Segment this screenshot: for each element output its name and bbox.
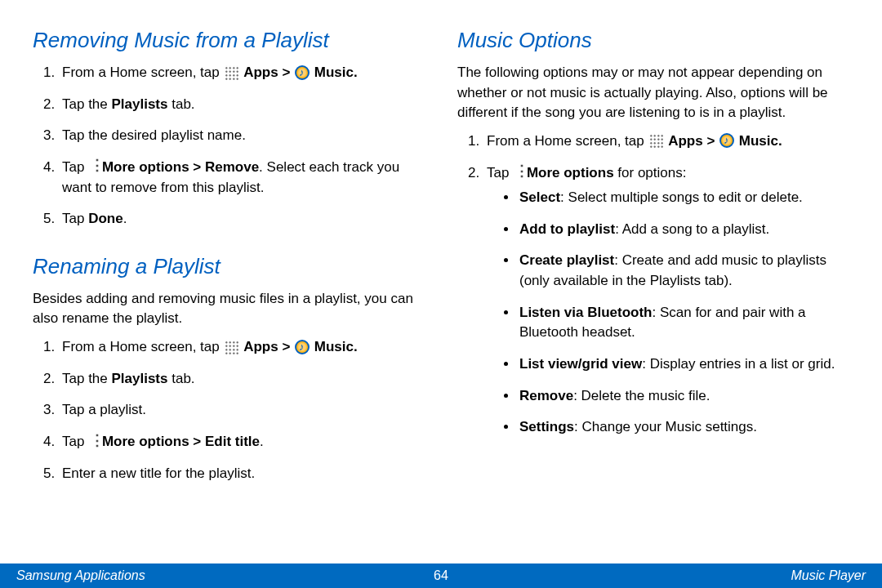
apps-icon (224, 340, 238, 354)
text: tab. (168, 371, 195, 386)
text: . (123, 211, 127, 226)
list-item: Tap the desired playlist name. (59, 126, 425, 146)
text-bold: Playlists (112, 96, 168, 112)
text: Tap (62, 434, 88, 449)
more-options-icon (90, 159, 96, 174)
text-bold: Playlists (112, 371, 168, 386)
text: . (260, 434, 264, 449)
heading-music-options: Music Options (457, 28, 849, 53)
text-bold: Select (519, 189, 560, 205)
text-bold: Listen via Bluetooth (519, 305, 652, 320)
text-bold: Apps > (243, 339, 294, 354)
text-bold: Music. (314, 65, 358, 80)
text: Tap (62, 159, 88, 175)
list-item: Create playlist: Create and add music to… (518, 251, 849, 291)
paragraph: Besides adding and removing music files … (33, 289, 425, 329)
paragraph: The following options may or may not app… (457, 63, 849, 123)
more-options-icon (90, 434, 96, 449)
music-icon (295, 65, 310, 80)
text: From a Home screen, tap (62, 339, 223, 354)
text-bold: More options > Edit title (102, 434, 260, 449)
heading-renaming: Renaming a Playlist (33, 254, 425, 279)
steps-options: From a Home screen, tap Apps > Music. Ta… (457, 131, 849, 438)
text-bold: Apps > (668, 133, 719, 149)
text-bold: Apps > (243, 65, 294, 80)
text: : Display entries in a list or grid. (642, 356, 835, 372)
text-bold: Music. (314, 339, 358, 354)
text-bold: Done (88, 211, 123, 226)
text: Tap the (62, 371, 112, 386)
steps-renaming: From a Home screen, tap Apps > Music. Ta… (33, 337, 425, 483)
text: From a Home screen, tap (62, 65, 223, 80)
text-bold: Settings (519, 419, 574, 434)
list-item: From a Home screen, tap Apps > Music. (483, 131, 849, 152)
left-column: Removing Music from a Playlist From a Ho… (33, 24, 425, 547)
text-bold: More options (527, 165, 614, 180)
text-bold: More options > Remove (102, 159, 259, 175)
text: Tap the (62, 96, 112, 112)
text: Tap (487, 165, 513, 180)
text: for options: (614, 165, 687, 180)
text-bold: Create playlist (519, 252, 614, 268)
list-item: Enter a new title for the playlist. (59, 464, 425, 484)
list-item: Select: Select multiple songs to edit or… (518, 188, 849, 208)
right-column: Music Options The following options may … (457, 24, 849, 547)
list-item: Tap More options > Edit title. (59, 432, 425, 452)
options-bullets: Select: Select multiple songs to edit or… (487, 188, 849, 438)
footer-left: Samsung Applications (16, 568, 145, 583)
list-item: From a Home screen, tap Apps > Music. (59, 337, 425, 358)
list-item: Tap More options > Remove. Select each t… (59, 158, 425, 198)
text-bold: Music. (739, 133, 782, 149)
list-item: Tap More options for options: Select: Se… (483, 163, 849, 438)
apps-icon (648, 133, 663, 148)
text-bold: Remove (519, 388, 573, 403)
more-options-icon (514, 165, 521, 180)
heading-removing: Removing Music from a Playlist (33, 28, 425, 53)
list-item: List view/grid view: Display entries in … (518, 354, 849, 375)
text: : Change your Music settings. (574, 419, 757, 434)
footer-page-number: 64 (434, 568, 448, 583)
list-item: Settings: Change your Music settings. (518, 417, 849, 438)
apps-icon (224, 65, 238, 80)
list-item: Add to playlist: Add a song to a playlis… (518, 220, 849, 240)
steps-removing: From a Home screen, tap Apps > Music. Ta… (33, 63, 425, 229)
text: Tap (62, 211, 88, 226)
footer-right: Music Player (791, 568, 866, 583)
text: : Delete the music file. (573, 388, 710, 403)
music-icon (295, 340, 310, 354)
text-bold: List view/grid view (519, 356, 642, 372)
list-item: Listen via Bluetooth: Scan for and pair … (518, 303, 849, 343)
text: : Add a song to a playlist. (615, 221, 769, 237)
text: From a Home screen, tap (487, 133, 648, 149)
text-bold: Add to playlist (519, 221, 615, 237)
music-icon (719, 133, 734, 148)
list-item: Remove: Delete the music file. (518, 386, 849, 407)
list-item: Tap Done. (59, 209, 425, 229)
list-item: Tap the Playlists tab. (59, 369, 425, 390)
page-body: Removing Music from a Playlist From a Ho… (0, 0, 882, 547)
list-item: Tap a playlist. (59, 400, 425, 421)
text: : Select multiple songs to edit or delet… (560, 189, 803, 205)
list-item: Tap the Playlists tab. (59, 95, 425, 115)
list-item: From a Home screen, tap Apps > Music. (59, 63, 425, 83)
text: tab. (168, 96, 195, 112)
footer-bar: Samsung Applications 64 Music Player (0, 564, 882, 588)
